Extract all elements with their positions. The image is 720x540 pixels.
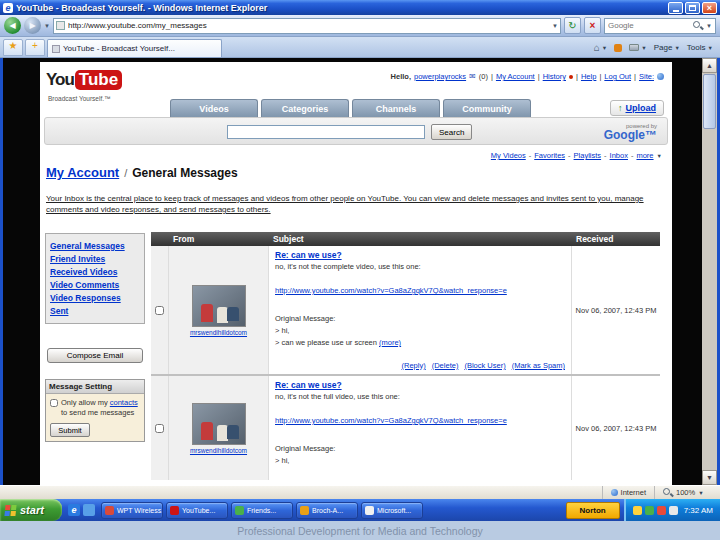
scroll-down-icon[interactable]: ▼ xyxy=(702,470,717,485)
more-dropdown-icon[interactable]: ▼ xyxy=(657,153,662,159)
logo-tube: Tube xyxy=(75,70,122,90)
add-favorite-icon[interactable]: + xyxy=(25,39,45,56)
sidebar-item-video-responses[interactable]: Video Responses xyxy=(50,293,140,303)
message-url-link[interactable]: http://www.youtube.com/watch?v=Ga8aZgqkV… xyxy=(275,416,565,425)
zoom-control[interactable]: 100% ▼ xyxy=(654,486,714,499)
home-button[interactable]: ⌂▼ xyxy=(594,42,608,53)
contacts-link[interactable]: contacts xyxy=(110,398,138,407)
favorites-link[interactable]: Favorites xyxy=(534,151,565,160)
history-dropdown-icon[interactable]: ▼ xyxy=(44,23,50,29)
vertical-scrollbar[interactable]: ▲ ▼ xyxy=(702,58,717,485)
quick-launch-ie-icon[interactable]: e xyxy=(68,504,80,516)
message-subject-link[interactable]: Re: can we use? xyxy=(275,380,565,390)
task-button-youtube[interactable]: YouTube... xyxy=(166,502,228,519)
address-dropdown-icon[interactable]: ▼ xyxy=(552,23,558,29)
browser-tab[interactable]: YouTube - Broadcast Yourself... xyxy=(47,39,222,57)
separator: - xyxy=(631,151,634,160)
clock: 7:32 AM xyxy=(684,506,713,515)
tab-categories[interactable]: Categories xyxy=(261,99,349,117)
my-videos-link[interactable]: My Videos xyxy=(491,151,526,160)
forward-button[interactable]: ▶ xyxy=(24,17,41,34)
task-button-wpt[interactable]: WPT Wireless... xyxy=(101,502,163,519)
row-checkbox-cell xyxy=(151,246,169,374)
sidebar-item-general-messages[interactable]: General Messages xyxy=(50,241,140,251)
sidebar-item-friend-invites[interactable]: Friend Invites xyxy=(50,254,140,264)
search-icon[interactable] xyxy=(693,21,703,31)
favorites-star-icon[interactable]: ★ xyxy=(3,39,23,56)
more-link[interactable]: (more) xyxy=(379,338,401,347)
username-link[interactable]: powerplayrocks xyxy=(414,72,466,81)
tab-channels[interactable]: Channels xyxy=(352,99,440,117)
inbox-count[interactable]: (0) xyxy=(479,72,488,81)
compose-email-button[interactable]: Compose Email xyxy=(47,348,143,363)
print-button[interactable]: ▼ xyxy=(629,44,646,51)
message-url-link[interactable]: http://www.youtube.com/watch?v=Ga8aZgqkV… xyxy=(275,286,565,295)
youtube-logo[interactable]: You Tube xyxy=(46,70,122,90)
sidebar-item-video-comments[interactable]: Video Comments xyxy=(50,280,140,290)
playlists-link[interactable]: Playlists xyxy=(574,151,602,160)
task-button-broch[interactable]: Broch-A... xyxy=(296,502,358,519)
tab-community[interactable]: Community xyxy=(443,99,531,117)
feeds-button[interactable] xyxy=(614,44,622,52)
log-out-link[interactable]: Log Out xyxy=(604,72,631,81)
site-search-button[interactable]: Search xyxy=(431,124,472,140)
site-search-strip: Search powered by Google™ xyxy=(44,117,668,145)
reply-link[interactable]: (Reply) xyxy=(402,361,426,370)
sidebar-item-sent[interactable]: Sent xyxy=(50,306,140,316)
message-checkbox[interactable] xyxy=(155,424,164,433)
window-controls: × xyxy=(668,2,717,14)
page-menu[interactable]: Page▼ xyxy=(654,43,680,52)
site-link[interactable]: Site: xyxy=(639,72,654,81)
browser-search-box[interactable]: ▼ xyxy=(604,18,716,34)
submit-button[interactable]: Submit xyxy=(50,423,90,437)
close-button[interactable]: × xyxy=(702,2,717,14)
header-received: Received xyxy=(572,234,660,244)
address-input[interactable] xyxy=(68,21,549,30)
sender-link[interactable]: mrswendihilldotcom xyxy=(190,329,247,336)
search-dropdown-icon[interactable]: ▼ xyxy=(706,23,712,29)
powered-by-google: powered by Google™ xyxy=(604,122,657,139)
video-thumbnail[interactable] xyxy=(192,285,246,327)
command-bar: ⌂▼ ▼ Page▼ Tools▼ xyxy=(594,42,717,53)
norton-tray-badge[interactable]: Norton xyxy=(566,502,620,519)
inbox-mail-icon[interactable]: ✉ xyxy=(469,72,476,81)
home-icon: ⌂ xyxy=(594,42,600,53)
stop-button[interactable]: × xyxy=(584,17,601,34)
breadcrumb-my-account[interactable]: My Account xyxy=(46,165,119,180)
browser-search-input[interactable] xyxy=(608,21,690,30)
message-checkbox[interactable] xyxy=(155,306,164,315)
tray-icon[interactable] xyxy=(645,506,654,515)
sidebar-item-received-videos[interactable]: Received Videos xyxy=(50,267,140,277)
history-link[interactable]: History xyxy=(543,72,566,81)
more-link[interactable]: more xyxy=(636,151,653,160)
maximize-button[interactable] xyxy=(685,2,700,14)
quick-launch-desktop-icon[interactable] xyxy=(83,504,95,516)
help-link[interactable]: Help xyxy=(581,72,596,81)
site-search-input[interactable] xyxy=(227,125,425,139)
back-button[interactable]: ◀ xyxy=(4,17,21,34)
video-thumbnail[interactable] xyxy=(192,403,246,445)
address-bar[interactable]: ▼ xyxy=(53,18,561,34)
mark-as-spam-link[interactable]: (Mark as Spam) xyxy=(512,361,565,370)
scrollbar-thumb[interactable] xyxy=(703,74,716,129)
only-contacts-checkbox[interactable] xyxy=(50,399,58,407)
tools-menu[interactable]: Tools▼ xyxy=(687,43,713,52)
tray-icon[interactable] xyxy=(633,506,642,515)
tab-videos[interactable]: Videos xyxy=(170,99,258,117)
message-subject-link[interactable]: Re: can we use? xyxy=(275,250,565,260)
sender-link[interactable]: mrswendihilldotcom xyxy=(190,447,247,454)
minimize-button[interactable] xyxy=(668,2,683,14)
scroll-up-icon[interactable]: ▲ xyxy=(702,58,717,73)
task-button-friends[interactable]: Friends... xyxy=(231,502,293,519)
my-account-link[interactable]: My Account xyxy=(496,72,535,81)
delete-link[interactable]: (Delete) xyxy=(432,361,459,370)
task-button-microsoft[interactable]: Microsoft... xyxy=(361,502,423,519)
refresh-button[interactable]: ↻ xyxy=(564,17,581,34)
upload-button[interactable]: ↑ Upload xyxy=(610,100,664,116)
breadcrumb: My Account / General Messages xyxy=(46,165,238,180)
inbox-link[interactable]: Inbox xyxy=(610,151,628,160)
tray-icon[interactable] xyxy=(657,506,666,515)
tray-icon[interactable] xyxy=(669,506,678,515)
start-button[interactable]: start xyxy=(0,499,62,521)
block-user-link[interactable]: (Block User) xyxy=(464,361,505,370)
